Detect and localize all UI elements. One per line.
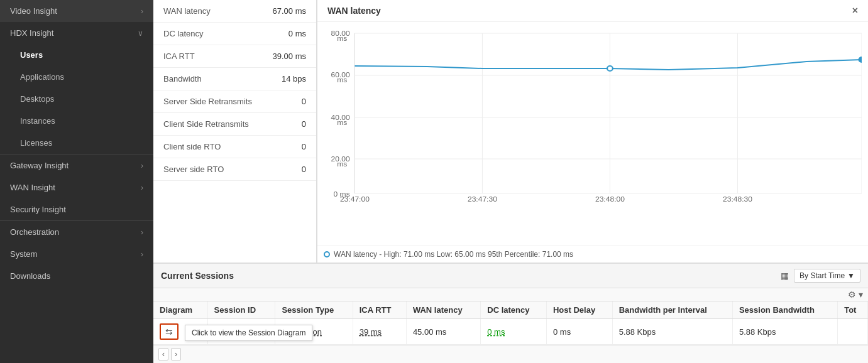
svg-text:ms: ms [337, 35, 347, 41]
metric-label: Bandwidth [163, 74, 202, 84]
table-header-row: Diagram Session ID Session Type ICA RTT … [153, 301, 868, 319]
metric-label: WAN latency [163, 6, 211, 16]
nav-right-button[interactable]: › [171, 348, 181, 360]
metric-value: 39.00 ms [273, 51, 306, 61]
sidebar: Video Insight › HDX Insight ∨ Users Appl… [0, 0, 153, 363]
sidebar-item-downloads[interactable]: Downloads [0, 265, 153, 287]
metric-server-retransmits: Server Side Retransmits 0 [153, 90, 316, 113]
metric-client-retransmits: Client Side Retransmits 0 [153, 113, 316, 136]
sidebar-item-system[interactable]: System › [0, 243, 153, 265]
sidebar-item-label: Orchestration [10, 227, 59, 237]
sidebar-item-users[interactable]: Users [0, 44, 153, 66]
svg-text:23:48:30: 23:48:30 [723, 195, 752, 202]
col-bandwidth-interval: Bandwidth per Interval [612, 301, 732, 319]
chart-header: WAN latency × [317, 0, 868, 22]
chevron-down-icon: ∨ [138, 29, 143, 38]
cell-ica-rtt[interactable]: 39 ms [353, 319, 406, 345]
table-nav: ‹ › [153, 345, 868, 363]
metric-wan-latency: WAN latency 67.00 ms [153, 0, 316, 23]
svg-text:ms: ms [337, 119, 347, 126]
col-session-type: Session Type [275, 301, 353, 319]
cell-total [838, 319, 868, 345]
cell-dc-latency[interactable]: 0 ms [481, 319, 547, 345]
metric-value: 14 bps [282, 74, 306, 84]
sort-label: By Start Time [799, 271, 845, 280]
chart-panel: WAN latency × 80.00 ms 60.00 ms 40.00 ms… [317, 0, 868, 263]
metric-value: 0 [302, 97, 306, 106]
metric-label: Server side RTO [163, 165, 224, 174]
sidebar-item-label: HDX Insight [10, 28, 53, 38]
table-row: ⇆ Click to view the Session Diagram b70c… [153, 319, 868, 345]
sessions-title: Current Sessions [161, 271, 234, 281]
sidebar-item-label: Applications [20, 72, 64, 82]
sidebar-item-label: Desktops [20, 94, 54, 104]
col-total: Tot [838, 301, 868, 319]
svg-text:ms: ms [337, 160, 347, 167]
col-session-bandwidth: Session Bandwidth [732, 301, 837, 319]
metric-value: 0 [302, 142, 306, 151]
sessions-header: Current Sessions ▦ By Start Time ▼ [153, 264, 868, 288]
sessions-table-wrapper: Diagram Session ID Session Type ICA RTT … [153, 301, 868, 345]
session-diagram-button[interactable]: ⇆ [160, 323, 179, 340]
session-diagram-tooltip: Click to view the Session Diagram [185, 325, 312, 341]
metric-label: ICA RTT [163, 51, 195, 61]
chart-area: 80.00 ms 60.00 ms 40.00 ms 20.00 ms 0 ms [317, 22, 868, 246]
cell-wan-latency: 45.00 ms [406, 319, 480, 345]
metric-value: 0 [302, 165, 306, 174]
sort-button[interactable]: By Start Time ▼ [794, 269, 860, 283]
chart-title: WAN latency [327, 6, 381, 16]
sidebar-item-label: System [10, 249, 37, 259]
cell-bandwidth-interval: 5.88 Kbps [612, 319, 732, 345]
chart-footer: WAN latency - High: 71.00 ms Low: 65.00 … [317, 246, 868, 263]
nav-left-button[interactable]: ‹ [158, 348, 168, 360]
sidebar-item-instances[interactable]: Instances [0, 110, 153, 132]
cell-session-bandwidth: 5.88 Kbps [732, 319, 837, 345]
sidebar-item-licenses[interactable]: Licenses [0, 132, 153, 154]
metric-label: Client Side Retransmits [163, 119, 249, 129]
col-diagram: Diagram [153, 301, 207, 319]
svg-text:ms: ms [337, 76, 347, 83]
sidebar-item-label: Users [20, 50, 43, 60]
metric-label: Client side RTO [163, 142, 221, 151]
chevron-right-icon: › [141, 7, 143, 16]
sidebar-item-hdx-insight[interactable]: HDX Insight ∨ [0, 22, 153, 44]
cell-diagram: ⇆ Click to view the Session Diagram [153, 319, 207, 345]
metric-bandwidth: Bandwidth 14 bps [153, 68, 316, 90]
sidebar-item-label: WAN Insight [10, 183, 55, 192]
sidebar-item-label: Gateway Insight [10, 161, 69, 170]
col-dc-latency: DC latency [481, 301, 547, 319]
close-icon[interactable]: × [852, 5, 858, 16]
chart-svg: 80.00 ms 60.00 ms 40.00 ms 20.00 ms 0 ms [324, 27, 862, 203]
svg-point-24 [859, 57, 862, 62]
sidebar-item-orchestration[interactable]: Orchestration › [0, 221, 153, 243]
sort-chevron-icon: ▼ [847, 271, 855, 280]
grid-icon[interactable]: ▦ [781, 271, 789, 281]
cell-host-delay: 0 ms [546, 319, 612, 345]
metric-value: 67.00 ms [273, 6, 306, 16]
col-session-id: Session ID [207, 301, 275, 319]
sidebar-item-wan-insight[interactable]: WAN Insight › [0, 176, 153, 198]
sidebar-item-gateway-insight[interactable]: Gateway Insight › [0, 154, 153, 176]
chevron-right-icon: › [141, 250, 143, 259]
col-wan-latency: WAN latency [406, 301, 480, 319]
sidebar-item-applications[interactable]: Applications [0, 66, 153, 88]
chevron-right-icon: › [141, 228, 143, 237]
legend-dot-icon [324, 251, 330, 257]
sidebar-item-security-insight[interactable]: Security Insight [0, 198, 153, 220]
sidebar-item-video-insight[interactable]: Video Insight › [0, 0, 153, 22]
svg-text:23:48:00: 23:48:00 [595, 195, 625, 202]
metric-value: 0 ms [288, 29, 306, 38]
sidebar-item-label: Licenses [20, 138, 52, 148]
main-content: WAN latency 67.00 ms DC latency 0 ms ICA… [153, 0, 868, 363]
metric-server-rto: Server side RTO 0 [153, 158, 316, 181]
metric-label: DC latency [163, 29, 204, 38]
sessions-controls: ▦ By Start Time ▼ [781, 269, 860, 283]
metric-ica-rtt: ICA RTT 39.00 ms [153, 45, 316, 68]
metric-dc-latency: DC latency 0 ms [153, 23, 316, 45]
col-ica-rtt: ICA RTT [353, 301, 406, 319]
col-host-delay: Host Delay [546, 301, 612, 319]
sidebar-item-desktops[interactable]: Desktops [0, 88, 153, 110]
gear-icon[interactable]: ⚙ ▾ [848, 290, 863, 300]
svg-point-23 [607, 66, 613, 71]
metrics-panel: WAN latency 67.00 ms DC latency 0 ms ICA… [153, 0, 317, 263]
